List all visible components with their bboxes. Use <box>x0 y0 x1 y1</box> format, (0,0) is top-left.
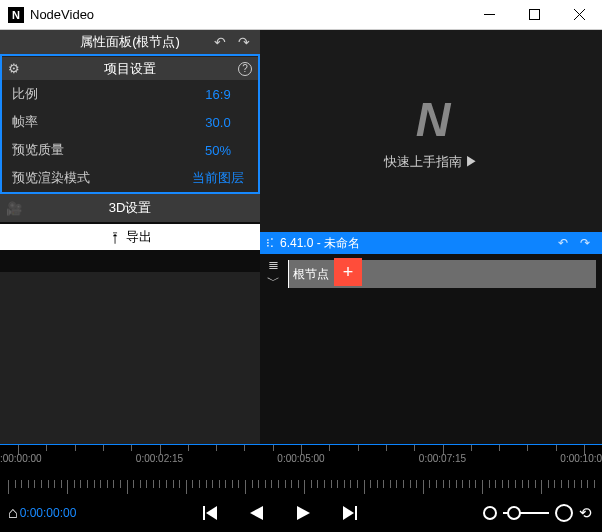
project-settings-group: ⚙ 项目设置 ? 比例16:9 帧率30.0 预览质量50% 预览渲染模式当前图… <box>0 54 260 194</box>
panel-title: 属性面板(根节点) <box>80 33 180 51</box>
playback-controls: ⌂ 0:00:00:00 ⟲ <box>0 494 602 532</box>
quick-start-guide-link[interactable]: 快速上手指南 ▶ <box>384 153 479 171</box>
gear-icon: ⚙ <box>8 61 20 76</box>
app-logo-icon: N <box>8 7 24 23</box>
svg-rect-9 <box>355 506 357 520</box>
panel-header: 属性面板(根节点) ↶ ↷ <box>0 30 260 54</box>
help-icon[interactable]: ? <box>238 62 252 76</box>
ruler-label: 0:00:10:00 <box>560 453 602 464</box>
svg-marker-5 <box>206 506 217 520</box>
zoom-in-icon[interactable] <box>555 504 573 522</box>
project-settings-header[interactable]: ⚙ 项目设置 ? <box>2 56 258 80</box>
threed-label: 3D设置 <box>109 199 152 217</box>
export-icon: ⭱ <box>109 230 122 245</box>
collapse-icon[interactable]: ﹀ <box>267 274 280 288</box>
render-label: 预览渲染模式 <box>12 169 188 187</box>
camera-icon: 🎥 <box>6 201 22 216</box>
aspect-value[interactable]: 16:9 <box>188 87 248 102</box>
zoom-slider[interactable] <box>503 512 549 514</box>
panel-redo-icon[interactable]: ↷ <box>232 30 256 54</box>
list-icon[interactable]: ≣ <box>268 258 279 272</box>
timeline-redo-icon[interactable]: ↷ <box>574 236 596 250</box>
hierarchy-icon[interactable]: ⁝⁚ <box>266 236 274 250</box>
window-title: NodeVideo <box>30 7 467 22</box>
aspect-ratio-row[interactable]: 比例16:9 <box>2 80 258 108</box>
aspect-label: 比例 <box>12 85 188 103</box>
svg-marker-6 <box>250 506 263 520</box>
title-bar: N NodeVideo <box>0 0 602 30</box>
minimize-button[interactable] <box>467 0 512 30</box>
prev-frame-button[interactable] <box>203 506 219 520</box>
ruler-label: 0:00:07:15 <box>419 453 466 464</box>
timeline-title: 6.41.0 - 未命名 <box>280 235 360 252</box>
svg-marker-8 <box>343 506 354 520</box>
time-ruler[interactable]: 0:00:00:000:00:02:150:00:05:000:00:07:15… <box>0 444 602 480</box>
nodevideo-logo-icon: N <box>416 92 447 147</box>
fps-label: 帧率 <box>12 113 188 131</box>
zoom-out-icon[interactable] <box>483 506 497 520</box>
svg-rect-1 <box>530 10 540 20</box>
close-button[interactable] <box>557 0 602 30</box>
empty-panel-area <box>0 272 260 444</box>
fps-value[interactable]: 30.0 <box>188 115 248 130</box>
current-time-display[interactable]: 0:00:00:00 <box>20 506 77 520</box>
track-row: ≣ ﹀ 根节点 <box>260 258 602 290</box>
quality-value[interactable]: 50% <box>188 143 248 158</box>
fps-row[interactable]: 帧率30.0 <box>2 108 258 136</box>
preview-area[interactable]: N 快速上手指南 ▶ <box>260 30 602 232</box>
preview-quality-row[interactable]: 预览质量50% <box>2 136 258 164</box>
plus-icon: + <box>334 258 362 286</box>
quality-label: 预览质量 <box>12 141 188 159</box>
threed-settings-button[interactable]: 🎥 3D设置 <box>0 194 260 222</box>
render-mode-row[interactable]: 预览渲染模式当前图层 <box>2 164 258 192</box>
home-button[interactable]: ⌂ <box>8 504 18 522</box>
property-panel: 属性面板(根节点) ↶ ↷ ⚙ 项目设置 ? 比例16:9 帧率30.0 预览质… <box>0 30 260 250</box>
zoom-slider-knob[interactable] <box>507 506 521 520</box>
track-side-controls: ≣ ﹀ <box>260 258 286 290</box>
svg-marker-7 <box>297 506 310 520</box>
play-backward-button[interactable] <box>249 506 265 520</box>
next-frame-button[interactable] <box>341 506 357 520</box>
timeline-undo-icon[interactable]: ↶ <box>552 236 574 250</box>
maximize-button[interactable] <box>512 0 557 30</box>
add-layer-button[interactable]: + <box>330 258 362 286</box>
ruler-label: 0:00:02:15 <box>136 453 183 464</box>
zoom-reset-icon[interactable]: ⟲ <box>579 504 592 522</box>
ruler-label: 0:00:00:00 <box>0 453 42 464</box>
ruler-label: 0:00:05:00 <box>277 453 324 464</box>
project-settings-label: 项目设置 <box>104 60 156 78</box>
export-label: 导出 <box>126 228 152 246</box>
play-button[interactable] <box>295 506 311 520</box>
render-value[interactable]: 当前图层 <box>188 169 248 187</box>
export-button[interactable]: ⭱ 导出 <box>0 224 260 250</box>
panel-undo-icon[interactable]: ↶ <box>208 30 232 54</box>
track-area[interactable]: ≣ ﹀ 根节点 + <box>260 254 602 444</box>
root-clip-label: 根节点 <box>293 266 333 283</box>
timeline-header: ⁝⁚ 6.41.0 - 未命名 ↶ ↷ <box>260 232 602 254</box>
time-ruler-sub[interactable] <box>0 480 602 494</box>
zoom-control: ⟲ <box>483 504 592 522</box>
svg-rect-4 <box>203 506 205 520</box>
